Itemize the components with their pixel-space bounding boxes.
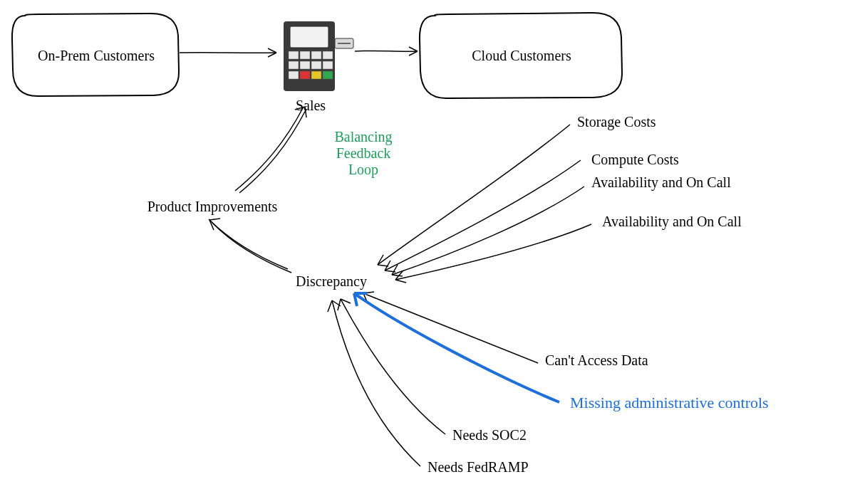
svg-rect-1 [290,26,328,48]
svg-rect-6 [289,61,299,69]
on-prem-label: On-Prem Customers [38,48,155,64]
cloud-label: Cloud Customers [472,48,571,64]
arrow-sales-to-cloud [355,47,418,56]
availability-2-label: Availability and On Call [602,214,742,230]
svg-rect-13 [323,71,333,79]
diagram-svg [0,0,855,504]
svg-rect-12 [311,71,321,79]
discrepancy-label: Discrepancy [296,273,367,290]
diagram-canvas: On-Prem Customers Cloud Customers Sales … [0,0,855,504]
arrow-cantaccess-to-discrepancy [363,292,538,363]
balancing-line2: Feedback [336,145,391,161]
availability-1-label: Availability and On Call [591,174,731,191]
svg-rect-8 [311,61,321,69]
product-improvements-label: Product Improvements [147,199,278,215]
arrow-compute-to-discrepancy [385,160,581,272]
svg-rect-11 [300,71,310,79]
balancing-line1: Balancing [334,129,392,145]
needs-soc2-label: Needs SOC2 [452,427,527,443]
svg-rect-4 [311,51,321,59]
svg-rect-10 [289,71,299,79]
balancing-line3: Loop [348,162,378,177]
pos-terminal-icon [284,21,353,91]
balancing-loop-label: Balancing Feedback Loop [334,129,392,178]
arrow-discrepancy-to-improvements [209,219,291,273]
storage-costs-label: Storage Costs [577,114,656,130]
arrow-avail1-to-discrepancy [392,187,584,276]
svg-rect-7 [300,61,310,69]
arrow-improvements-to-sales [235,107,306,193]
missing-admin-controls-label: Missing administrative controls [570,394,769,412]
arrow-onprem-to-sales [180,48,276,57]
needs-fedramp-label: Needs FedRAMP [428,459,529,476]
svg-rect-5 [323,51,333,59]
svg-rect-3 [300,51,310,59]
svg-rect-9 [323,61,333,69]
arrow-storage-to-discrepancy [378,125,570,266]
compute-costs-label: Compute Costs [591,152,679,168]
sales-label: Sales [296,98,326,114]
arrow-missingadmin-to-discrepancy [354,293,559,402]
arrow-avail2-to-discrepancy [395,224,591,283]
cant-access-data-label: Can't Access Data [545,352,648,369]
svg-rect-2 [289,51,299,59]
